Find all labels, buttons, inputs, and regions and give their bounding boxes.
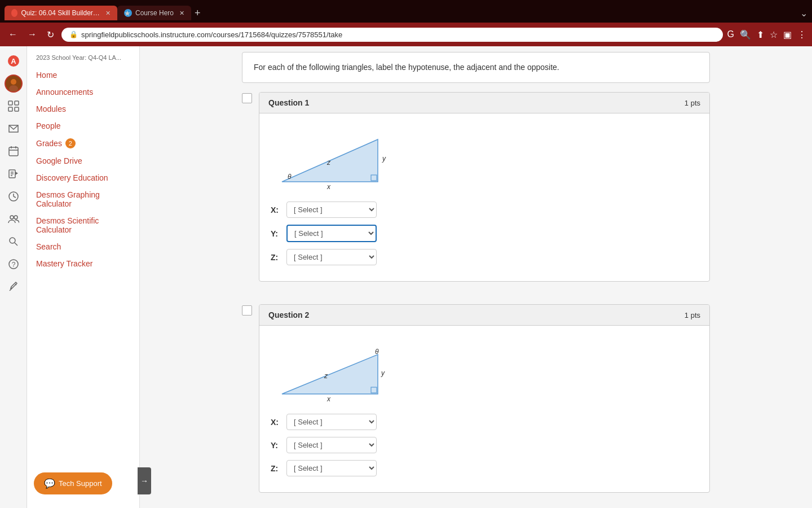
dashboard-icon[interactable] [5,97,23,115]
groups-icon[interactable] [5,210,23,228]
instruction-box: For each of the following triangles, lab… [242,52,710,83]
back-button[interactable]: ← [6,28,20,41]
dropdown-q1y-select[interactable]: [ Select ] Hypotenuse Adjacent Opposite [286,225,377,242]
instruction-text: For each of the following triangles, lab… [254,62,698,73]
sidebar-item-modules[interactable]: Modules [27,100,139,117]
dropdown-q1z-select[interactable]: [ Select ] Hypotenuse Adjacent Opposite [286,249,377,265]
svg-text:θ: θ [288,173,292,181]
url-domain: springfieldpublicschools.instructure.com… [81,30,342,39]
help-icon[interactable]: ? [5,255,23,273]
svg-point-22 [10,238,15,243]
triangle-2-container: θ z y x [271,340,698,402]
question-2-title: Question 2 [268,310,309,319]
sidebar-school-label: 2023 School Year: Q4-Q4 LA... [27,52,139,67]
svg-point-21 [14,216,17,219]
svg-text:?: ? [11,261,15,269]
svg-text:x: x [326,395,331,402]
svg-text:θ: θ [375,348,379,356]
canvas-logo-icon: A [5,52,23,70]
user-avatar[interactable] [5,75,23,93]
tab-coursehero[interactable]: ★ Course Hero ✕ [117,6,191,20]
dropdown-q1x-row: X: [ Select ] Hypotenuse Adjacent Opposi… [271,202,698,218]
svg-text:y: y [382,155,386,163]
svg-rect-6 [15,101,19,105]
sidebar-item-home[interactable]: Home [27,67,139,84]
question-2-checkbox[interactable] [242,305,252,316]
sidebar-item-google-drive[interactable]: Google Drive [27,152,139,169]
question-1-card: Question 1 1 pts z [259,92,710,282]
tab-list-button[interactable]: ⌄ [800,8,807,19]
sidebar-item-mastery-tracker[interactable]: Mastery Tracker [27,255,139,272]
dropdown-q2z-row: Z: [ Select ] Hypotenuse Adjacent Opposi… [271,460,698,476]
url-text: springfieldpublicschools.instructure.com… [81,30,342,39]
question-2-card: Question 2 1 pts θ z [259,304,710,493]
address-icons: G 🔍 ⬆ ☆ ▣ ⋮ [727,29,806,40]
new-tab-button[interactable]: + [195,7,201,19]
inbox-icon[interactable] [5,120,23,138]
icon-rail: A ? [0,46,27,508]
courses-icon[interactable] [5,165,23,183]
collapse-sidebar-button[interactable]: → [138,467,151,494]
tab-bar: Quiz: 06.04 Skill Builder: Labe... ✕ ★ C… [0,0,812,23]
svg-text:A: A [11,57,16,65]
url-bar[interactable]: 🔒 springfieldpublicschools.instructure.c… [61,28,723,42]
sidebar-item-search[interactable]: Search [27,238,139,255]
svg-text:z: z [326,159,331,167]
dropdown-q2z-label: Z: [271,464,282,473]
sidebar-item-people[interactable]: People [27,117,139,134]
question-1-checkbox[interactable] [242,93,252,103]
share-icon[interactable]: ⬆ [757,29,764,40]
bookmark-icon[interactable]: ☆ [770,29,778,40]
question-2-body: θ z y x X: [ Select ] Hypotenuse [259,326,709,492]
calendar-icon[interactable] [5,142,23,160]
tab-coursehero-close[interactable]: ✕ [179,10,184,17]
zoom-icon[interactable]: 🔍 [740,29,751,40]
canvas-tab-icon [11,9,17,17]
sidebar-item-desmos-graphing[interactable]: Desmos Graphing Calculator [27,186,139,212]
question-1-pts: 1 pts [685,99,700,107]
dropdown-q1z-label: Z: [271,253,282,262]
tab-quiz[interactable]: Quiz: 06.04 Skill Builder: Labe... ✕ [5,6,117,20]
svg-point-20 [10,216,14,219]
svg-rect-8 [15,107,19,111]
tools-icon[interactable] [5,278,23,296]
dropdown-q1x-select[interactable]: [ Select ] Hypotenuse Adjacent Opposite [286,202,377,218]
dropdown-q2y-select[interactable]: [ Select ] Hypotenuse Adjacent Opposite [286,437,377,453]
question-1-body: z y x θ X: [ Select ] Hypotenuse [259,113,709,281]
question-1-row: Question 1 1 pts z [242,92,710,293]
tab-coursehero-label: Course Hero [135,9,174,17]
dropdown-q2z-select[interactable]: [ Select ] Hypotenuse Adjacent Opposite [286,460,377,476]
app-layout: A ? 2023 Sch [0,46,812,508]
svg-text:x: x [326,183,331,190]
address-bar: ← → ↻ 🔒 springfieldpublicschools.instruc… [0,23,812,46]
svg-marker-33 [282,354,378,394]
reload-button[interactable]: ↻ [44,28,57,41]
profile-icon[interactable]: ▣ [783,29,792,40]
svg-rect-5 [8,101,12,105]
menu-icon[interactable]: ⋮ [797,29,806,40]
question-2-pts: 1 pts [685,311,700,319]
browser-window: Quiz: 06.04 Skill Builder: Labe... ✕ ★ C… [0,0,812,46]
sidebar-item-announcements[interactable]: Announcements [27,84,139,100]
google-icon[interactable]: G [727,29,734,40]
dropdown-q2x-select[interactable]: [ Select ] Hypotenuse Adjacent Opposite [286,414,377,430]
svg-point-3 [11,79,16,85]
sidebar-item-discovery-education[interactable]: Discovery Education [27,169,139,186]
dropdown-q2x-label: X: [271,418,282,427]
sidebar-item-grades[interactable]: Grades 2 [27,134,139,152]
tab-quiz-close[interactable]: ✕ [105,10,111,17]
question-1-title: Question 1 [268,98,309,107]
sidebar: 2023 School Year: Q4-Q4 LA... Home Annou… [27,46,140,508]
collapse-arrow-icon: → [140,476,148,485]
dropdown-q2x-row: X: [ Select ] Hypotenuse Adjacent Opposi… [271,414,698,430]
svg-line-23 [15,243,17,246]
svg-rect-9 [9,147,18,156]
tech-support-button[interactable]: 💬 Tech Support [34,472,112,494]
forward-button[interactable]: → [25,28,39,41]
search-icon[interactable] [5,233,23,251]
question-1-header: Question 1 1 pts [259,93,709,113]
clock-icon[interactable] [5,187,23,205]
dropdown-q1x-label: X: [271,205,282,214]
main-content: For each of the following triangles, lab… [140,46,812,508]
sidebar-item-desmos-scientific[interactable]: Desmos Scientific Calculator [27,212,139,238]
